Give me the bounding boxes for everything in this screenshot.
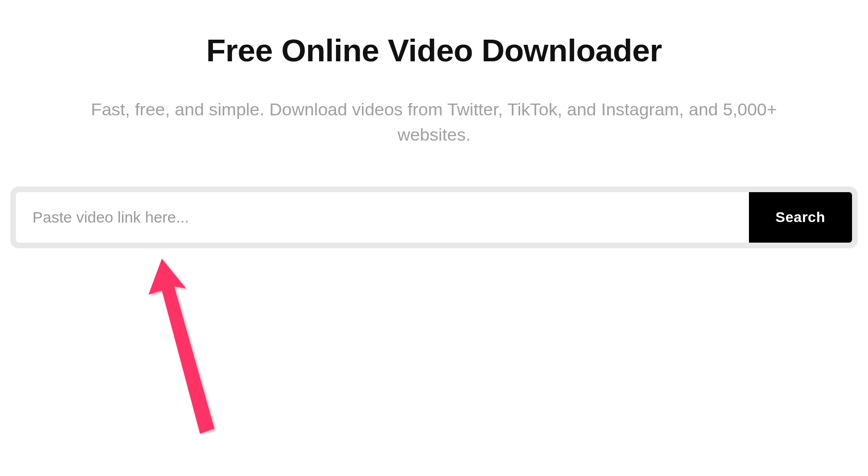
page-title: Free Online Video Downloader bbox=[206, 32, 662, 69]
page-subtitle: Fast, free, and simple. Download videos … bbox=[68, 97, 800, 148]
main-container: Free Online Video Downloader Fast, free,… bbox=[0, 0, 868, 248]
arrow-annotation-icon bbox=[142, 259, 225, 436]
search-form: Search bbox=[10, 186, 858, 248]
search-button[interactable]: Search bbox=[749, 192, 852, 243]
video-link-input[interactable] bbox=[16, 192, 749, 243]
